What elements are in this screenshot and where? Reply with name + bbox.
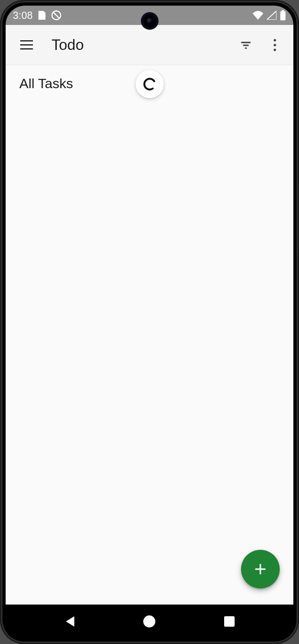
wifi-icon [252,11,264,20]
svg-line-1 [54,13,59,18]
nav-back-button[interactable] [58,609,82,634]
svg-rect-2 [280,11,286,21]
recent-square-icon [224,616,235,627]
svg-rect-6 [245,47,247,49]
system-nav-bar [6,605,293,638]
nav-recent-button[interactable] [217,609,241,634]
menu-icon [20,44,33,46]
screen: 3:08 [6,6,293,638]
battery-full-icon [280,10,286,21]
status-bar-right [252,10,286,21]
back-triangle-icon [64,615,75,627]
status-time: 3:08 [13,10,33,21]
pull-to-refresh-spinner [136,70,164,98]
svg-rect-5 [243,44,249,46]
camera-notch [142,13,158,29]
content-area: All Tasks [6,65,293,605]
do-not-disturb-icon [51,10,62,21]
progress-spinner-icon [142,76,157,92]
svg-rect-3 [282,10,284,11]
plus-icon [254,562,267,576]
app-title: Todo [52,37,231,54]
filter-button[interactable] [231,31,260,60]
app-bar: Todo [6,25,293,65]
svg-point-7 [142,76,157,91]
status-bar-left: 3:08 [13,10,62,21]
svg-rect-4 [241,41,250,43]
menu-button[interactable] [14,33,39,57]
sd-card-icon [38,11,45,20]
overflow-menu-button[interactable] [260,31,289,60]
nav-home-button[interactable] [137,609,161,634]
home-circle-icon [143,615,155,627]
cellular-signal-icon [267,11,276,20]
more-vert-icon [274,39,276,51]
device-frame: 3:08 [0,0,299,644]
add-task-fab[interactable] [241,550,280,588]
filter-list-icon [239,39,253,51]
device-inner: 3:08 [6,6,293,638]
